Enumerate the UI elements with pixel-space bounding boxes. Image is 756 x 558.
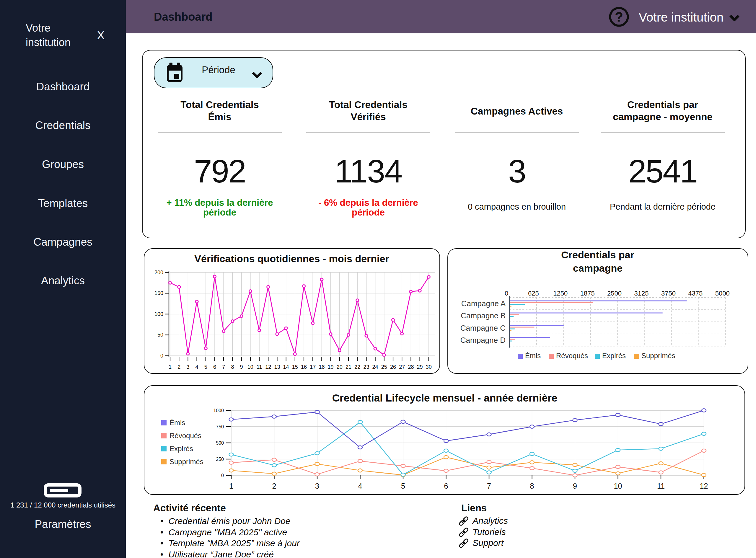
svg-text:15: 15 [292,364,298,370]
svg-text:1250: 1250 [553,289,568,297]
svg-text:2: 2 [177,364,180,370]
svg-text:14: 14 [283,364,289,370]
svg-text:campagne: campagne [573,262,623,274]
svg-text:3125: 3125 [634,289,649,297]
svg-text:26: 26 [390,364,396,370]
svg-text:2: 2 [272,482,276,490]
svg-text:Credentials par: Credentials par [561,249,634,260]
svg-text:11: 11 [657,482,665,490]
svg-text:10: 10 [248,364,253,370]
svg-text:27: 27 [399,364,405,370]
svg-text:9: 9 [240,364,243,370]
svg-text:?: ? [615,9,623,25]
svg-text:Campagne D: Campagne D [460,336,506,345]
svg-text:18: 18 [319,364,325,370]
svg-text:1000: 1000 [213,408,224,413]
svg-text:200: 200 [154,270,163,276]
svg-text:3: 3 [186,364,189,370]
svg-text:2500: 2500 [607,289,622,297]
svg-text:Supprimés: Supprimés [641,352,675,360]
svg-text:23: 23 [363,364,369,370]
svg-text:8: 8 [231,364,234,370]
svg-text:5000: 5000 [715,289,730,297]
svg-text:250: 250 [216,457,224,462]
svg-text:100: 100 [154,311,163,317]
svg-text:8: 8 [530,482,534,490]
svg-text:13: 13 [274,364,280,370]
svg-text:1: 1 [229,482,233,490]
svg-text:4: 4 [196,364,198,370]
svg-text:12: 12 [265,364,271,370]
svg-text:29: 29 [417,364,423,370]
svg-text:0: 0 [160,353,163,359]
svg-text:Supprimés: Supprimés [170,458,203,465]
svg-text:5: 5 [401,482,405,490]
svg-text:1875: 1875 [580,289,595,297]
svg-text:10: 10 [614,482,622,490]
svg-text:28: 28 [408,364,414,370]
svg-text:20: 20 [337,364,343,370]
svg-text:7: 7 [487,482,491,490]
svg-text:17: 17 [310,364,316,370]
svg-text:4: 4 [358,482,362,490]
svg-text:Expirés: Expirés [602,352,626,360]
svg-text:0: 0 [505,289,508,297]
svg-text:3750: 3750 [661,289,676,297]
svg-text:0: 0 [221,473,224,478]
svg-text:625: 625 [528,289,539,297]
svg-text:22: 22 [354,364,360,370]
svg-text:6: 6 [213,364,216,370]
svg-text:Campagne B: Campagne B [461,311,506,320]
svg-text:16: 16 [301,364,307,370]
svg-text:4375: 4375 [688,289,703,297]
svg-text:25: 25 [381,364,387,370]
svg-text:Révoqués: Révoqués [170,432,201,439]
svg-text:Expirés: Expirés [170,445,193,453]
svg-text:24: 24 [372,364,378,370]
svg-text:9: 9 [573,482,577,490]
svg-text:Émis: Émis [525,352,541,360]
svg-text:Credential Lifecycle mensuel -: Credential Lifecycle mensuel - année der… [332,392,558,404]
svg-text:21: 21 [346,364,351,370]
svg-text:750: 750 [216,424,224,429]
svg-text:1: 1 [169,364,172,370]
svg-text:5: 5 [204,364,207,370]
svg-text:150: 150 [154,290,163,296]
svg-text:Émis: Émis [170,418,185,427]
svg-text:6: 6 [444,482,448,490]
svg-text:Révoqués: Révoqués [556,352,588,360]
svg-text:11: 11 [257,364,262,370]
svg-text:12: 12 [700,482,708,490]
svg-text:Campagne A: Campagne A [461,299,506,308]
svg-text:3: 3 [315,482,319,490]
svg-text:500: 500 [216,440,224,446]
svg-text:7: 7 [222,364,225,370]
svg-text:19: 19 [328,364,334,370]
svg-text:Campagne C: Campagne C [460,324,506,332]
svg-text:30: 30 [426,364,432,370]
svg-text:50: 50 [157,332,163,338]
svg-text:Vérifications quotidiennes - m: Vérifications quotidiennes - mois dernie… [194,253,389,264]
